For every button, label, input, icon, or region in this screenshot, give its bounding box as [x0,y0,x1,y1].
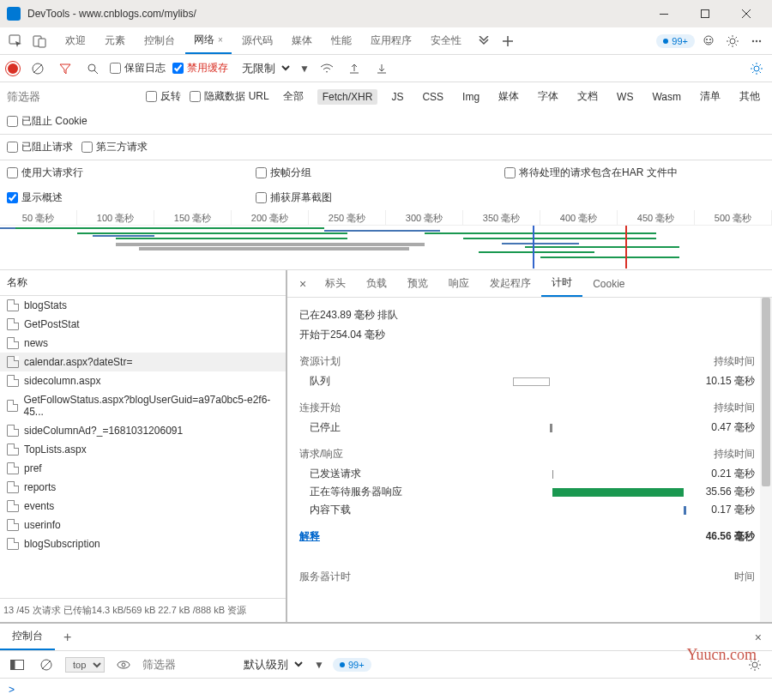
download-icon[interactable] [371,58,392,79]
record-button[interactable] [5,61,21,76]
tab-security[interactable]: 安全性 [422,28,470,53]
include-har-checkbox[interactable]: 将待处理的请求包含在HAR 文件中 [504,166,678,180]
preserve-log-checkbox[interactable]: 保留日志 [110,61,166,75]
filter-input[interactable] [7,90,58,103]
context-select[interactable]: top [65,657,105,673]
screenshots-checkbox[interactable]: 捕获屏幕截图 [256,190,332,205]
group-frame-checkbox[interactable]: 按帧分组 [256,166,470,180]
sidebar-toggle-icon[interactable] [7,655,27,675]
clear-console-icon[interactable] [36,655,57,675]
list-item[interactable]: news [0,334,286,353]
inspect-icon[interactable] [5,31,26,51]
dtab-cookies[interactable]: Cookie [582,273,635,295]
list-item[interactable]: pref [0,459,286,478]
file-icon [7,400,18,412]
device-icon[interactable] [29,31,50,51]
settings-icon[interactable] [722,31,743,51]
dtab-preview[interactable]: 预览 [397,271,438,296]
console-issues-badge[interactable]: 99+ [333,658,371,672]
list-item[interactable]: reports [0,478,286,497]
list-item[interactable]: blogSubscription [0,534,286,553]
file-icon [7,500,19,512]
tick: 300 毫秒 [386,210,463,225]
file-icon [7,425,19,437]
tab-elements[interactable]: 元素 [96,28,134,53]
add-tab-icon[interactable] [498,31,518,51]
svg-point-20 [754,66,759,71]
maximize-button[interactable] [686,1,724,27]
tab-console[interactable]: 控制台 [136,28,184,53]
close-icon[interactable]: × [218,35,223,45]
clear-icon[interactable] [27,58,48,79]
filter-css[interactable]: CSS [417,89,449,105]
tab-welcome[interactable]: 欢迎 [57,28,94,53]
big-rows-checkbox[interactable]: 使用大请求行 [7,166,221,180]
console-prompt[interactable]: > [0,679,772,700]
list-item[interactable]: sideColumnAd?_=1681031206091 [0,421,286,440]
filter-ws[interactable]: WS [612,89,638,105]
list-item[interactable]: sidecolumn.aspx [0,371,286,390]
dtab-response[interactable]: 响应 [438,271,479,296]
feedback-icon[interactable] [698,31,719,51]
more-tabs-icon[interactable] [473,31,494,51]
filter-icon[interactable] [55,58,75,79]
list-item[interactable]: GetFollowStatus.aspx?blogUserGuid=a97a0b… [0,390,286,421]
tab-application[interactable]: 应用程序 [362,28,420,53]
filter-font[interactable]: 字体 [533,88,564,106]
filter-doc[interactable]: 文档 [572,88,603,106]
filter-fetch[interactable]: Fetch/XHR [317,89,378,105]
search-icon[interactable] [82,58,103,79]
dtab-payload[interactable]: 负载 [356,271,397,296]
tab-sources[interactable]: 源代码 [233,28,281,53]
network-settings-icon[interactable] [746,58,767,79]
hide-data-checkbox[interactable]: 隐藏数据 URL [190,89,268,104]
disable-cache-checkbox[interactable]: 禁用缓存 [172,61,228,75]
blocked-req-checkbox[interactable]: 已阻止请求 [7,140,73,154]
eye-icon[interactable] [113,655,134,675]
scrollbar[interactable] [760,298,772,622]
section-label: 请求/响应 [299,447,343,462]
list-item[interactable]: userinfo [0,516,286,534]
list-item[interactable]: events [0,497,286,516]
filter-other[interactable]: 其他 [734,88,765,106]
name-header[interactable]: 名称 [0,270,286,296]
close-detail-icon[interactable]: × [291,272,315,296]
list-item[interactable]: TopLists.aspx [0,440,286,459]
filter-media[interactable]: 媒体 [493,88,524,106]
console-filter-input[interactable] [142,658,228,671]
svg-point-25 [118,661,130,668]
explain-link[interactable]: 解释 [299,529,320,544]
drawer-tab-console[interactable]: 控制台 [0,624,55,650]
dtab-headers[interactable]: 标头 [315,271,356,296]
log-level-select[interactable]: 默认级别 [237,655,305,673]
close-button[interactable] [727,1,765,27]
tab-media[interactable]: 媒体 [283,28,321,53]
tick: 450 毫秒 [618,210,695,225]
list-item[interactable]: calendar.aspx?dateStr= [0,353,286,371]
minimize-button[interactable] [645,1,683,27]
file-icon [7,462,19,474]
add-drawer-tab-icon[interactable]: + [55,625,80,650]
show-overview-checkbox[interactable]: 显示概述 [7,190,221,205]
wifi-icon[interactable] [317,58,337,79]
list-item[interactable]: GetPostStat [0,315,286,334]
tab-performance[interactable]: 性能 [323,28,360,53]
waterfall-overview[interactable]: 50 毫秒 100 毫秒 150 毫秒 200 毫秒 250 毫秒 300 毫秒… [0,210,772,270]
invert-checkbox[interactable]: 反转 [146,89,181,104]
svg-point-15 [759,39,761,41]
filter-manifest[interactable]: 清单 [695,88,726,106]
filter-js[interactable]: JS [386,89,408,105]
tab-network[interactable]: 网络× [185,27,232,54]
throttle-select[interactable]: 无限制 [235,59,293,77]
list-item[interactable]: blogStats [0,296,286,315]
filter-wasm[interactable]: Wasm [647,89,686,105]
upload-icon[interactable] [344,58,365,79]
filter-img[interactable]: Img [457,89,485,105]
dtab-timing[interactable]: 计时 [541,270,582,297]
issues-badge[interactable]: 99+ [656,34,695,48]
menu-icon[interactable] [746,31,767,51]
blocked-cookies-checkbox[interactable]: 已阻止 Cookie [7,114,87,129]
third-party-checkbox[interactable]: 第三方请求 [81,140,148,154]
filter-all[interactable]: 全部 [278,88,309,106]
dtab-initiator[interactable]: 发起程序 [479,271,541,296]
